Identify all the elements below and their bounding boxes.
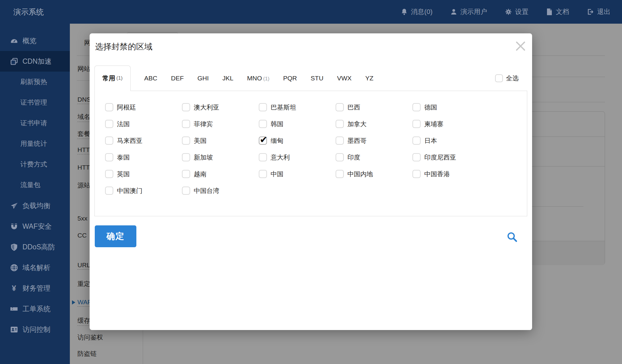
checkbox[interactable]: [412, 103, 421, 111]
sidebar-subitem-证书申请[interactable]: 证书申请: [0, 113, 70, 133]
checkbox[interactable]: [105, 170, 113, 178]
close-icon[interactable]: [513, 39, 528, 53]
select-all[interactable]: 全选: [495, 74, 519, 83]
sidebar-item-访问控制[interactable]: 访问控制: [0, 319, 70, 340]
nav-item-1[interactable]: 演示用户: [450, 7, 487, 16]
region-越南[interactable]: 越南: [182, 170, 259, 178]
checkbox[interactable]: [182, 170, 190, 178]
nav-item-2[interactable]: 设置: [505, 7, 528, 16]
region-印度尼西亚[interactable]: 印度尼西亚: [412, 153, 489, 162]
checkbox[interactable]: [259, 153, 267, 161]
sidebar-subitem-流量包[interactable]: 流量包: [0, 175, 70, 195]
sidebar-item-CDN加速[interactable]: CDN加速: [0, 51, 70, 72]
region-中国澳门[interactable]: 中国澳门: [105, 187, 182, 195]
tab-JKL[interactable]: JKL: [222, 75, 233, 82]
tab-DEF[interactable]: DEF: [171, 75, 184, 82]
checkbox[interactable]: [259, 170, 267, 178]
region-巴基斯坦[interactable]: 巴基斯坦: [259, 103, 336, 112]
magnet-icon: [9, 222, 19, 231]
region-新加坡[interactable]: 新加坡: [182, 153, 259, 162]
region-加拿大[interactable]: 加拿大: [336, 120, 412, 128]
tab-PQR[interactable]: PQR: [283, 75, 297, 82]
nav-item-label: 退出: [597, 7, 610, 16]
select-all-checkbox[interactable]: [495, 74, 503, 82]
region-中国台湾[interactable]: 中国台湾: [182, 187, 259, 195]
tab-GHI[interactable]: GHI: [197, 75, 209, 82]
sidebar-subitem-刷新预热[interactable]: 刷新预热: [0, 72, 70, 92]
checkbox[interactable]: [336, 120, 344, 128]
checkbox[interactable]: [105, 153, 113, 161]
checkbox[interactable]: [336, 136, 344, 145]
checkbox[interactable]: [336, 153, 344, 161]
tab-label: DEF: [171, 75, 184, 82]
sidebar-item-label: WAF安全: [22, 222, 52, 231]
region-菲律宾[interactable]: 菲律宾: [182, 120, 259, 128]
tab-常用[interactable]: 常用(1): [94, 66, 131, 91]
region-马来西亚[interactable]: 马来西亚: [105, 136, 182, 145]
sidebar-item-域名解析[interactable]: 域名解析: [0, 257, 70, 278]
tab-VWX[interactable]: VWX: [337, 75, 352, 82]
checkbox[interactable]: [336, 103, 344, 111]
sidebar-item-WAF安全[interactable]: WAF安全: [0, 216, 70, 237]
checkbox[interactable]: [412, 170, 421, 178]
nav-item-0[interactable]: 消息(0): [401, 7, 432, 16]
checkbox[interactable]: [182, 136, 190, 145]
checkbox[interactable]: [182, 120, 190, 128]
sidebar-item-DDoS高防[interactable]: DDoS高防: [0, 237, 70, 257]
region-中国[interactable]: 中国: [259, 170, 336, 178]
nav-item-4[interactable]: 退出: [587, 7, 610, 16]
region-德国[interactable]: 德国: [412, 103, 489, 112]
sidebar-item-工单系统[interactable]: 工单系统: [0, 298, 70, 319]
brand[interactable]: 演示系统: [0, 7, 44, 17]
region-中国香港[interactable]: 中国香港: [412, 170, 489, 178]
checkbox[interactable]: [105, 120, 113, 128]
sidebar-item-概览[interactable]: 概览: [0, 30, 70, 51]
region-柬埔寨[interactable]: 柬埔寨: [412, 120, 489, 128]
region-印度[interactable]: 印度: [336, 153, 412, 162]
region-label: 柬埔寨: [424, 120, 443, 128]
checkbox[interactable]: [105, 187, 113, 195]
checkbox[interactable]: [336, 170, 344, 178]
checkbox[interactable]: [182, 153, 190, 161]
checkbox[interactable]: [182, 103, 190, 111]
tab-label: 常用: [102, 74, 115, 83]
checkbox[interactable]: [412, 136, 421, 145]
checkbox[interactable]: [105, 103, 113, 111]
checkbox-checked[interactable]: [259, 136, 267, 145]
checkbox[interactable]: [412, 153, 421, 161]
region-缅甸[interactable]: 缅甸: [259, 136, 336, 145]
tab-STU[interactable]: STU: [311, 75, 323, 82]
sidebar-item-财务管理[interactable]: ¥财务管理: [0, 278, 70, 298]
region-阿根廷[interactable]: 阿根廷: [105, 103, 182, 112]
sidebar-item-label: DDoS高防: [22, 242, 55, 252]
region-墨西哥[interactable]: 墨西哥: [336, 136, 412, 145]
tab-count: (1): [263, 76, 270, 82]
nav-item-3[interactable]: 文档: [546, 7, 569, 16]
region-澳大利亚[interactable]: 澳大利亚: [182, 103, 259, 112]
sidebar-item-负载均衡[interactable]: 负载均衡: [0, 195, 70, 216]
sidebar-subitem-证书管理[interactable]: 证书管理: [0, 92, 70, 113]
region-英国[interactable]: 英国: [105, 170, 182, 178]
region-巴西[interactable]: 巴西: [336, 103, 412, 112]
region-中国内地[interactable]: 中国内地: [336, 170, 412, 178]
region-日本[interactable]: 日本: [412, 136, 489, 145]
region-泰国[interactable]: 泰国: [105, 153, 182, 162]
sidebar-subitem-计费方式[interactable]: 计费方式: [0, 154, 70, 175]
top-navbar: 演示系统 消息(0)演示用户设置文档退出: [0, 0, 622, 24]
confirm-button[interactable]: 确定: [95, 225, 136, 247]
tab-ABC[interactable]: ABC: [144, 75, 157, 82]
search-icon[interactable]: [506, 231, 518, 243]
region-label: 中国内地: [347, 170, 373, 178]
tab-MNO[interactable]: MNO(1): [247, 75, 270, 82]
checkbox[interactable]: [259, 103, 267, 111]
checkbox[interactable]: [182, 187, 190, 195]
region-法国[interactable]: 法国: [105, 120, 182, 128]
region-韩国[interactable]: 韩国: [259, 120, 336, 128]
checkbox[interactable]: [105, 136, 113, 145]
sidebar-subitem-用量统计[interactable]: 用量统计: [0, 133, 70, 154]
checkbox[interactable]: [412, 120, 421, 128]
checkbox[interactable]: [259, 120, 267, 128]
region-意大利[interactable]: 意大利: [259, 153, 336, 162]
tab-YZ[interactable]: YZ: [365, 75, 374, 82]
region-美国[interactable]: 美国: [182, 136, 259, 145]
